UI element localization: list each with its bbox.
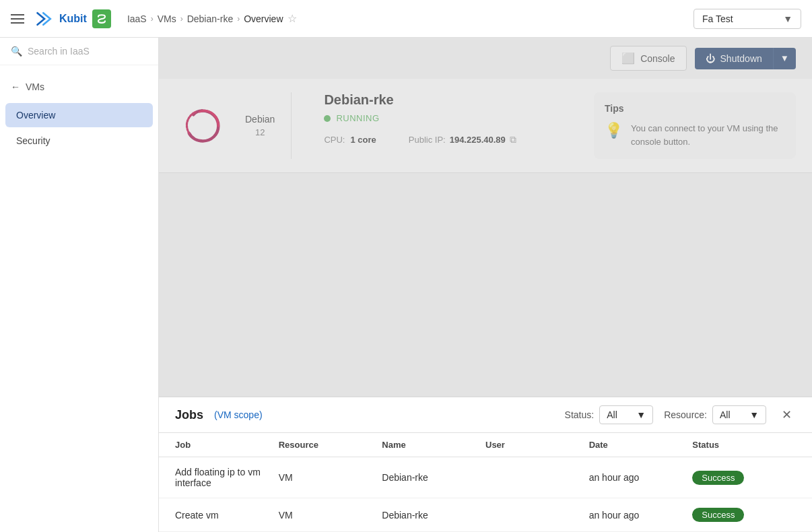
job-vm-name-1: Debian-rke [382, 472, 485, 483]
sidebar: 🔍 Search in IaaS ← VMs Overview Security [0, 38, 159, 532]
back-arrow-icon: ← [11, 81, 20, 92]
job-status-1: Success [692, 471, 796, 485]
breadcrumb-sep-3: › [237, 14, 240, 24]
resource-filter-label: Resource: [664, 409, 707, 420]
main-area: 🔍 Search in IaaS ← VMs Overview Security [0, 38, 812, 532]
kubit-logo-text: Kubit [59, 13, 87, 25]
job-date-1: an hour ago [589, 472, 693, 483]
sidebar-nav: ← VMs Overview Security [0, 65, 158, 165]
search-box[interactable]: 🔍 Search in IaaS [11, 46, 147, 57]
search-icon: 🔍 [11, 46, 22, 57]
col-header-status: Status [692, 440, 796, 450]
status-filter-select[interactable]: All ▼ [599, 405, 653, 424]
breadcrumb-sep-2: › [180, 14, 183, 24]
table-row: Add floating ip to vm interface VM Debia… [159, 457, 812, 498]
job-date-2: an hour ago [589, 510, 693, 521]
col-header-user: User [485, 440, 589, 450]
sidebar-security-label: Security [16, 135, 50, 146]
sidebar-back-vms[interactable]: ← VMs [0, 76, 158, 98]
workspace-chevron-icon: ▼ [783, 13, 792, 24]
app-container: Kubit IaaS › VMs › Debian-rke › Overview… [0, 0, 812, 532]
favorite-icon[interactable]: ☆ [287, 12, 297, 25]
jobs-table: Job Resource Name User Date Status Add f… [159, 433, 812, 532]
jobs-header: Jobs (VM scope) Status: All ▼ Resource: [159, 397, 812, 433]
job-status-2: Success [692, 508, 796, 522]
col-header-name: Name [382, 440, 485, 450]
sidebar-back-label: VMs [26, 81, 44, 92]
resource-filter-value: All [720, 409, 731, 420]
kubit-logo-icon [35, 9, 54, 28]
search-placeholder: Search in IaaS [28, 46, 90, 57]
workspace-selector[interactable]: Fa Test ▼ [693, 9, 801, 29]
breadcrumb: IaaS › VMs › Debian-rke › Overview ☆ [127, 12, 693, 25]
col-header-resource: Resource [279, 440, 382, 450]
jobs-panel: Jobs (VM scope) Status: All ▼ Resource: [159, 396, 812, 532]
job-resource-2: VM [279, 510, 382, 521]
table-header: Job Resource Name User Date Status [159, 433, 812, 457]
job-name-2: Create vm [175, 510, 279, 521]
jobs-scope[interactable]: (VM scope) [214, 409, 263, 420]
logo-area: Kubit [35, 9, 111, 28]
sidebar-overview-label: Overview [16, 110, 55, 121]
jobs-filters: Status: All ▼ Resource: All ▼ [565, 405, 796, 424]
job-vm-name-2: Debian-rke [382, 510, 485, 521]
status-filter-label: Status: [565, 409, 595, 420]
jobs-title: Jobs [175, 408, 203, 422]
content-area: ⬜ Console ⏻ Shutdown ▼ [159, 38, 812, 532]
breadcrumb-overview: Overview [244, 13, 283, 24]
col-header-date: Date [589, 440, 693, 450]
job-resource-1: VM [279, 472, 382, 483]
resource-filter-chevron-icon: ▼ [749, 409, 759, 420]
table-row: Create vm VM Debian-rke an hour ago Succ… [159, 498, 812, 532]
workspace-label: Fa Test [702, 13, 733, 24]
resource-filter-group: Resource: All ▼ [664, 405, 766, 424]
status-filter-chevron-icon: ▼ [636, 409, 646, 420]
breadcrumb-vms[interactable]: VMs [158, 13, 176, 24]
menu-button[interactable] [11, 14, 24, 24]
resource-filter-select[interactable]: All ▼ [712, 405, 766, 424]
breadcrumb-sep-1: › [151, 14, 154, 24]
job-name-1: Add floating ip to vm interface [175, 467, 279, 488]
breadcrumb-iaas[interactable]: IaaS [127, 13, 147, 24]
sidebar-item-overview[interactable]: Overview [5, 103, 153, 127]
top-bar: Kubit IaaS › VMs › Debian-rke › Overview… [0, 0, 812, 38]
status-filter-value: All [607, 409, 617, 420]
breadcrumb-debian-rke[interactable]: Debian-rke [187, 13, 233, 24]
status-filter-group: Status: All ▼ [565, 405, 654, 424]
sidebar-search-area: 🔍 Search in IaaS [0, 38, 158, 65]
sidebar-item-security[interactable]: Security [5, 129, 153, 153]
col-header-job: Job [175, 440, 279, 450]
jobs-close-button[interactable]: ✕ [777, 405, 796, 424]
top-bar-right: Fa Test ▼ [693, 9, 801, 29]
second-logo-icon [92, 9, 111, 28]
